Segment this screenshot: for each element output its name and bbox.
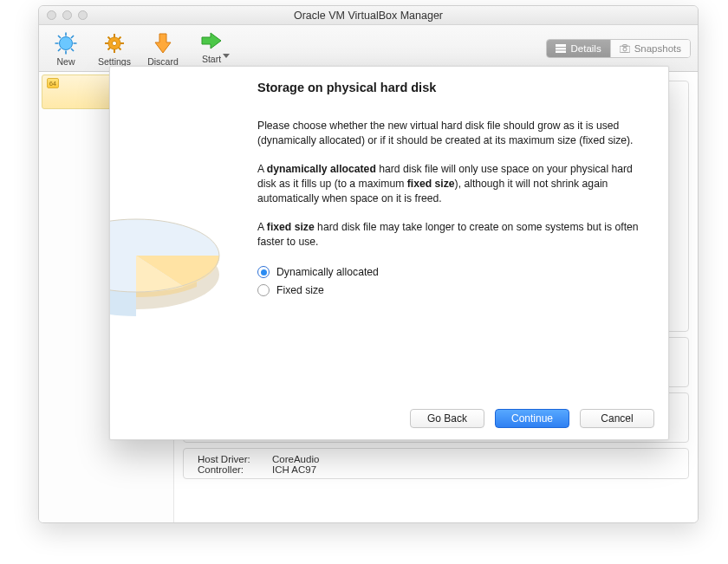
arrow-right-icon xyxy=(198,28,224,54)
kv-row: Host Driver: CoreAudio xyxy=(184,454,688,464)
titlebar: Oracle VM VirtualBox Manager xyxy=(39,6,698,25)
close-icon[interactable] xyxy=(47,10,56,20)
toolbar-label: Discard xyxy=(147,56,179,67)
snapshots-tab[interactable]: Snapshots xyxy=(610,40,690,57)
new-button[interactable]: New xyxy=(46,30,86,67)
storage-dialog: Storage on physical hard disk Please cho… xyxy=(109,66,669,440)
toolbar-label: New xyxy=(56,56,75,67)
settings-button[interactable]: Settings xyxy=(94,30,134,67)
radio-label: Dynamically allocated xyxy=(276,266,379,278)
dialog-paragraph-3: A fixed size hard disk file may take lon… xyxy=(257,220,642,250)
svg-point-18 xyxy=(112,41,116,45)
svg-line-17 xyxy=(108,48,111,50)
kv-row: Controller: ICH AC97 xyxy=(184,464,688,475)
svg-line-8 xyxy=(58,49,61,51)
pie-illustration xyxy=(110,67,257,398)
view-segmented-control: Details Snapshots xyxy=(546,39,691,58)
camera-icon xyxy=(620,43,630,54)
text-fragment: hard disk file may take longer to create… xyxy=(257,221,639,248)
svg-rect-19 xyxy=(556,44,566,47)
go-back-button[interactable]: Go Back xyxy=(410,409,484,428)
cancel-button[interactable]: Cancel xyxy=(580,409,654,428)
dialog-title: Storage on physical hard disk xyxy=(257,81,642,94)
radio-label: Fixed size xyxy=(276,284,324,296)
svg-line-5 xyxy=(58,36,61,38)
radio-dynamic[interactable]: Dynamically allocated xyxy=(257,266,642,278)
gear-icon xyxy=(101,30,127,56)
controller-label: Controller: xyxy=(198,464,265,475)
details-tab[interactable]: Details xyxy=(547,40,609,57)
minimize-icon[interactable] xyxy=(62,10,72,20)
dialog-paragraph-2: A dynamically allocated hard disk file w… xyxy=(257,162,642,207)
text-fragment: A xyxy=(257,221,267,233)
radio-icon xyxy=(257,266,270,278)
svg-point-0 xyxy=(60,36,73,49)
text-bold: dynamically allocated xyxy=(267,163,376,175)
svg-line-7 xyxy=(71,36,74,38)
toolbar: New Settings Discard Start xyxy=(39,25,698,72)
svg-line-15 xyxy=(119,48,121,50)
vm-badge-64-icon: 64 xyxy=(47,78,59,88)
toolbar-label: Start xyxy=(202,54,221,64)
radio-icon xyxy=(257,284,270,296)
pie-chart-icon xyxy=(110,153,227,353)
controller-value: ICH AC97 xyxy=(272,464,316,475)
segment-label: Snapshots xyxy=(634,43,681,54)
arrow-down-icon xyxy=(150,30,176,56)
sun-icon xyxy=(53,30,79,56)
continue-button[interactable]: Continue xyxy=(495,409,569,428)
host-driver-value: CoreAudio xyxy=(272,454,319,464)
svg-point-24 xyxy=(623,47,627,50)
radio-fixed[interactable]: Fixed size xyxy=(257,284,642,296)
details-icon xyxy=(556,43,566,54)
text-fragment: A xyxy=(257,163,267,175)
segment-label: Details xyxy=(570,43,601,54)
dialog-content: Storage on physical hard disk Please cho… xyxy=(257,67,668,398)
text-bold: fixed size xyxy=(267,221,315,233)
start-button[interactable]: Start xyxy=(192,28,231,68)
text-bold: fixed size xyxy=(407,178,455,190)
svg-rect-21 xyxy=(556,50,566,53)
svg-line-14 xyxy=(108,36,111,39)
host-driver-label: Host Driver: xyxy=(198,454,265,464)
chevron-down-icon xyxy=(223,54,230,58)
toolbar-label: Settings xyxy=(98,56,131,67)
zoom-icon[interactable] xyxy=(78,10,88,20)
discard-button[interactable]: Discard xyxy=(143,30,183,67)
svg-line-6 xyxy=(71,49,74,51)
svg-rect-20 xyxy=(556,48,566,50)
traffic-lights xyxy=(47,10,88,20)
details-panel-audio: Host Driver: CoreAudio Controller: ICH A… xyxy=(183,448,689,479)
svg-line-16 xyxy=(119,36,121,39)
dialog-paragraph-1: Please choose whether the new virtual ha… xyxy=(257,119,642,149)
window-title: Oracle VM VirtualBox Manager xyxy=(46,10,691,22)
dialog-button-bar: Go Back Continue Cancel xyxy=(110,398,668,439)
